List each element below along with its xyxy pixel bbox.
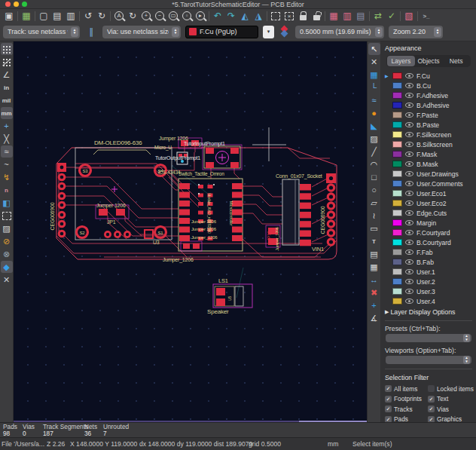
crosshair-cursor-icon[interactable]: + — [1, 120, 13, 132]
tab-layers[interactable]: Layers — [387, 56, 415, 66]
draw-arc-icon[interactable]: ◠ — [368, 158, 380, 170]
layer-color-swatch[interactable] — [392, 151, 402, 158]
visibility-eye-icon[interactable] — [405, 122, 413, 127]
pcb-canvas[interactable]: DM-OLED096-636CEG006900Jumper 1206JP1S3S… — [14, 41, 367, 422]
layer-color-swatch[interactable] — [392, 82, 402, 89]
filter-locked-items[interactable]: Locked items — [428, 384, 474, 393]
track-display-mode-icon[interactable]: ~ — [1, 158, 13, 170]
visibility-eye-icon[interactable] — [405, 240, 413, 245]
visibility-eye-icon[interactable] — [405, 181, 413, 186]
visibility-eye-icon[interactable] — [405, 142, 413, 147]
add-table-icon[interactable]: ▦ — [368, 261, 380, 273]
footprint-editor-icon[interactable]: ▦ — [327, 10, 340, 22]
layer-row-f-cu[interactable]: ▶F.Cu — [385, 71, 472, 81]
units-inches-icon[interactable]: in — [1, 81, 13, 93]
layer-color-swatch[interactable] — [392, 219, 402, 226]
draw-polygon-icon[interactable]: ▱ — [368, 197, 380, 209]
measure-tool-icon[interactable]: ∡ — [368, 312, 380, 324]
layer-color-swatch[interactable] — [392, 141, 402, 148]
viewports-select[interactable]: ▲▼ — [386, 356, 471, 364]
layer-row-user-4[interactable]: User.4 — [385, 296, 472, 306]
plot-icon[interactable]: ▥ — [64, 10, 78, 22]
high-contrast-mode-icon[interactable]: ◆ — [1, 261, 13, 273]
checkbox[interactable]: ✓ — [385, 396, 392, 403]
minimize-button[interactable] — [14, 2, 19, 7]
grid-override-icon[interactable] — [1, 56, 13, 68]
add-zone-icon[interactable]: ◣ — [368, 120, 380, 132]
layer-row-user-drawings[interactable]: User.Drawings — [385, 169, 472, 179]
units-mm-icon[interactable]: mm — [1, 107, 13, 119]
layer-row-user-eco2[interactable]: User.Eco2 — [385, 198, 472, 208]
track-posture-icon[interactable]: ∥ — [84, 26, 98, 38]
layer-color-swatch[interactable] — [392, 239, 402, 246]
footprint-display-icon[interactable]: ◧ — [1, 197, 13, 209]
tools-icon[interactable]: ✕ — [1, 274, 13, 286]
undo-icon[interactable]: ↺ — [81, 10, 95, 22]
layer-row-b-fab[interactable]: B.Fab — [385, 257, 472, 267]
checkbox[interactable]: ✓ — [428, 406, 435, 412]
visibility-eye-icon[interactable] — [405, 279, 413, 284]
layer-color-swatch[interactable] — [392, 121, 402, 128]
layer-row-b-paste[interactable]: B.Paste — [385, 120, 472, 130]
layer-row-b-courtyard[interactable]: B.Courtyard — [385, 237, 472, 247]
mirror-v-icon[interactable]: ◮ — [252, 10, 265, 22]
layer-color-swatch[interactable] — [392, 92, 402, 99]
layer-color-swatch[interactable] — [392, 102, 402, 109]
close-button[interactable] — [5, 2, 11, 7]
zone-outline-mode-icon[interactable] — [1, 210, 13, 222]
visibility-eye-icon[interactable] — [405, 201, 413, 206]
via-size-select[interactable]: Via: use netclass sizes ▲▼ — [102, 26, 181, 38]
layer-row-b-cu[interactable]: B.Cu — [385, 81, 472, 90]
layer-color-swatch[interactable] — [392, 288, 402, 295]
add-dimension-icon[interactable]: ↔ — [368, 274, 380, 286]
rule-area-icon[interactable]: ▨ — [368, 133, 380, 145]
zoom-in-icon[interactable]: + — [139, 10, 153, 22]
via-display-mode-icon[interactable]: ⊗ — [1, 248, 13, 260]
pad-display-mode-icon[interactable]: ⊘ — [1, 235, 13, 247]
unlock-icon[interactable] — [310, 10, 323, 22]
layer-row-b-adhesive[interactable]: B.Adhesive — [385, 100, 472, 110]
layer-color-swatch[interactable] — [392, 229, 402, 236]
highlight-net-icon[interactable]: ✕ — [368, 56, 380, 68]
layer-row-f-mask[interactable]: F.Mask — [385, 149, 472, 159]
layer-dropdown-button[interactable]: ▾ — [263, 26, 274, 38]
visibility-eye-icon[interactable] — [405, 93, 413, 98]
save-icon[interactable]: ▣ — [2, 10, 16, 22]
redo-icon[interactable]: ↻ — [95, 10, 108, 22]
grid-show-icon[interactable] — [1, 43, 13, 55]
layer-row-margin[interactable]: Margin — [385, 218, 472, 228]
visibility-eye-icon[interactable] — [405, 171, 413, 176]
net-highlight-icon[interactable]: ↯ — [1, 171, 13, 183]
drc-icon[interactable]: ✓ — [385, 10, 398, 22]
layer-color-swatch[interactable] — [392, 278, 402, 285]
layer-row-b-silkscreen[interactable]: B.Silkscreen — [385, 139, 472, 149]
layer-row-user-1[interactable]: User.1 — [385, 267, 472, 277]
find-icon[interactable]: A — [112, 10, 126, 22]
mirror-h-icon[interactable]: ◭ — [238, 10, 252, 22]
net-names-icon[interactable]: n — [1, 184, 13, 196]
visibility-eye-icon[interactable] — [405, 191, 413, 196]
rotate-ccw-icon[interactable]: ↶ — [211, 10, 224, 22]
layer-row-user-3[interactable]: User.3 — [385, 286, 472, 296]
visibility-eye-icon[interactable] — [405, 83, 413, 88]
visibility-eye-icon[interactable] — [405, 298, 413, 304]
layer-row-user-2[interactable]: User.2 — [385, 277, 472, 286]
tab-objects[interactable]: Objects — [415, 56, 443, 66]
layer-color-swatch[interactable] — [392, 259, 402, 265]
zoom-fit-objects-icon[interactable]: ▫ — [180, 10, 194, 22]
checkbox[interactable]: ✓ — [385, 406, 392, 412]
layer-color-swatch[interactable] — [392, 131, 402, 138]
grid-select[interactable]: 0.5000 mm (19.69 mils) ▲▼ — [295, 26, 384, 38]
layer-display-options[interactable]: ▶ Layer Display Options — [385, 308, 472, 316]
select-tool-icon[interactable]: ↖ — [368, 43, 380, 55]
visibility-eye-icon[interactable] — [405, 220, 413, 225]
board-setup-icon[interactable]: ▦ — [20, 10, 33, 22]
layer-row-f-fab[interactable]: F.Fab — [385, 247, 472, 257]
draw-circle-icon[interactable]: ○ — [368, 184, 380, 196]
maximize-button[interactable] — [22, 2, 27, 7]
add-text-icon[interactable]: T — [368, 235, 380, 247]
filter-vias[interactable]: ✓Vias — [428, 405, 474, 413]
group-icon[interactable] — [269, 10, 282, 22]
visibility-eye-icon[interactable] — [405, 152, 413, 157]
layer-color-swatch[interactable] — [392, 249, 402, 256]
